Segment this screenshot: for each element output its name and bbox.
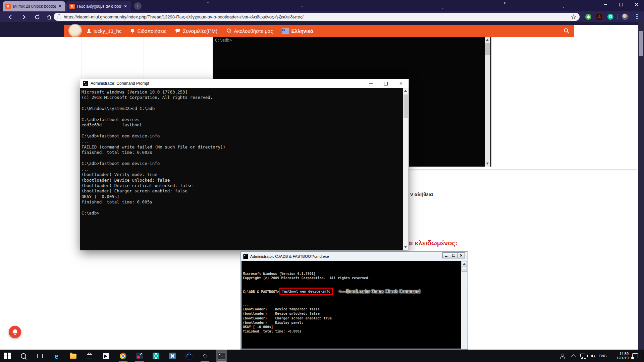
- bell-icon: [12, 329, 18, 335]
- page-scrollbar[interactable]: [638, 22, 644, 350]
- reload-icon[interactable]: [34, 14, 40, 20]
- bell-icon: [130, 28, 135, 34]
- start-button[interactable]: [3, 352, 12, 360]
- running-indicator: [135, 361, 144, 362]
- greek-flag-icon: [282, 28, 289, 34]
- win7-title-bar: Administrator: C:\ADB & FASTBOOT\cmd.exe: [241, 252, 467, 260]
- browser-tab-bar: M Mi mix 2s unlock bootloader pro ✕ M Πω…: [0, 0, 644, 11]
- taskbar: [0, 350, 644, 362]
- language-indicator[interactable]: ENG: [598, 350, 608, 362]
- cmd-close-button[interactable]: [393, 79, 409, 88]
- win7-console-lines-after: ... (bootloader) Device tampered: false …: [243, 303, 462, 334]
- tab-bootloader-check[interactable]: M Πως ελέγχουμε αν ο bootloader ✕: [67, 1, 131, 11]
- tab-title: Πως ελέγχουμε αν ο bootloader: [77, 4, 121, 9]
- win7-minimize-button: [442, 252, 450, 258]
- chat-bubble-icon: [226, 28, 231, 33]
- extension-drop-icon[interactable]: [585, 14, 591, 20]
- chrome-icon[interactable]: [119, 352, 127, 360]
- lock-icon: [57, 16, 61, 19]
- forum-logo-avatar[interactable]: [69, 24, 81, 37]
- menu-notifications[interactable]: Ειδοποιήσεις: [130, 28, 166, 34]
- clock-date: 12/1/19: [609, 356, 629, 360]
- tab-close-icon[interactable]: ✕: [57, 4, 63, 9]
- tab-mi-mix-2s[interactable]: M Mi mix 2s unlock bootloader pro ✕: [3, 1, 65, 11]
- tab-close-icon[interactable]: ✕: [123, 4, 128, 9]
- cmd-title-bar[interactable]: Administrator: Command Prompt: [80, 79, 409, 88]
- scrollbar-thumb[interactable]: [404, 95, 408, 118]
- running-indicator: [119, 361, 127, 362]
- minimize-button[interactable]: [598, 0, 613, 9]
- mi-fit-app-icon[interactable]: [152, 352, 160, 360]
- task-view-icon[interactable]: [36, 352, 44, 360]
- show-desktop-button[interactable]: [641, 351, 641, 361]
- push-notification-bell-button[interactable]: [9, 326, 21, 338]
- dark-circle-app-icon[interactable]: [184, 352, 193, 360]
- file-explorer-icon[interactable]: [69, 352, 77, 360]
- win7-cmd-screenshot: Administrator: C:\ADB & FASTBOOT\cmd.exe…: [240, 251, 468, 350]
- cmd-console-output: Microsoft Windows [Version 10.0.17763.25…: [80, 88, 403, 250]
- page-top-margin: [0, 22, 644, 25]
- microsoft-store-icon[interactable]: [85, 352, 94, 360]
- people-tray-icon[interactable]: [558, 350, 567, 362]
- close-button[interactable]: [629, 0, 644, 9]
- header-search-icon[interactable]: [564, 28, 570, 34]
- search-taskbar-icon[interactable]: [19, 352, 28, 360]
- extension-grammarly-icon[interactable]: G: [607, 14, 613, 20]
- cmd-taskbar-icon[interactable]: [217, 352, 226, 360]
- page-scrollbar-thumb[interactable]: [639, 31, 643, 56]
- network-tray-icon[interactable]: [579, 350, 586, 362]
- command-prompt-window[interactable]: Administrator: Command Prompt Microsoft …: [80, 79, 409, 250]
- edge-icon[interactable]: e: [52, 352, 61, 360]
- post-column-divider: [144, 37, 144, 79]
- home-icon[interactable]: [46, 14, 52, 20]
- cmd-icon: [83, 81, 88, 86]
- taskbar-clock[interactable]: 14:59 12/1/19: [609, 350, 629, 362]
- forward-icon[interactable]: [21, 14, 27, 20]
- scroll-up-icon[interactable]: [404, 90, 407, 92]
- url-bar[interactable]: https://xiaomi-miui.gr/community/index.p…: [54, 13, 580, 21]
- window-controls: [598, 0, 644, 9]
- new-tab-button[interactable]: +: [134, 2, 142, 10]
- url-text: https://xiaomi-miui.gr/community/index.p…: [64, 14, 571, 19]
- extension-adobe-icon[interactable]: A: [596, 14, 602, 20]
- tab-title: Mi mix 2s unlock bootloader pro: [13, 4, 56, 9]
- win7-window-controls: [443, 252, 465, 258]
- video-app-icon[interactable]: [135, 352, 144, 360]
- cmd-minimize-button[interactable]: [363, 79, 378, 88]
- clock-time: 14:59: [609, 352, 629, 356]
- browser-profile-avatar[interactable]: [622, 13, 629, 20]
- action-center-icon[interactable]: [631, 350, 639, 362]
- scroll-down-icon: [486, 163, 489, 165]
- volume-tray-icon[interactable]: [588, 350, 596, 362]
- menu-language[interactable]: Ελληνικά: [282, 28, 313, 34]
- menu-conversations[interactable]: Συνομιλίες(ΠΜ): [175, 28, 217, 34]
- maximize-button[interactable]: [613, 0, 629, 9]
- win7-console-lines-before: Microsoft Windows [Version 6.1.7601] Cop…: [243, 272, 462, 281]
- tab-favicon: M: [69, 4, 75, 9]
- cmd-scrollbar[interactable]: [403, 88, 409, 250]
- menu-user[interactable]: lucky_13_hc: [87, 28, 121, 34]
- menu-follow-us[interactable]: Ακολουθήστε μας: [226, 28, 273, 34]
- media-app-icon[interactable]: [102, 352, 110, 360]
- win7-scrollbar: [461, 261, 467, 349]
- diamond-app-icon[interactable]: [201, 352, 209, 360]
- user-icon: [87, 28, 91, 33]
- bookmark-star-icon[interactable]: [571, 14, 576, 19]
- browser-menu-icon[interactable]: •••: [635, 13, 639, 20]
- scroll-down-icon[interactable]: [404, 246, 407, 248]
- page-text-fragment: ν αλήθεια: [410, 191, 433, 197]
- forum-header-menu: lucky_13_hc Ειδοποιήσεις Συνομιλίες(ΠΜ) …: [87, 25, 313, 37]
- tool-app-icon[interactable]: [168, 352, 177, 360]
- screen: M Mi mix 2s unlock bootloader pro ✕ M Πω…: [0, 0, 644, 362]
- back-icon[interactable]: [7, 14, 13, 20]
- highlighted-command: fastboot oem device-info: [279, 288, 333, 295]
- chat-icon: [175, 28, 180, 33]
- scrollbar-thumb: [485, 43, 490, 55]
- cmd-window-title: Administrator: Command Prompt: [91, 81, 149, 86]
- cmd-maximize-button[interactable]: [378, 79, 393, 88]
- image-scrollbar: [485, 37, 490, 167]
- tray-expand-chevron[interactable]: [570, 350, 577, 362]
- win7-prompt: C:\ADB & FASTBOOT>: [243, 290, 279, 294]
- scroll-up-icon: [486, 39, 489, 41]
- win7-window-title: Administrator: C:\ADB & FASTBOOT\cmd.exe: [250, 254, 329, 258]
